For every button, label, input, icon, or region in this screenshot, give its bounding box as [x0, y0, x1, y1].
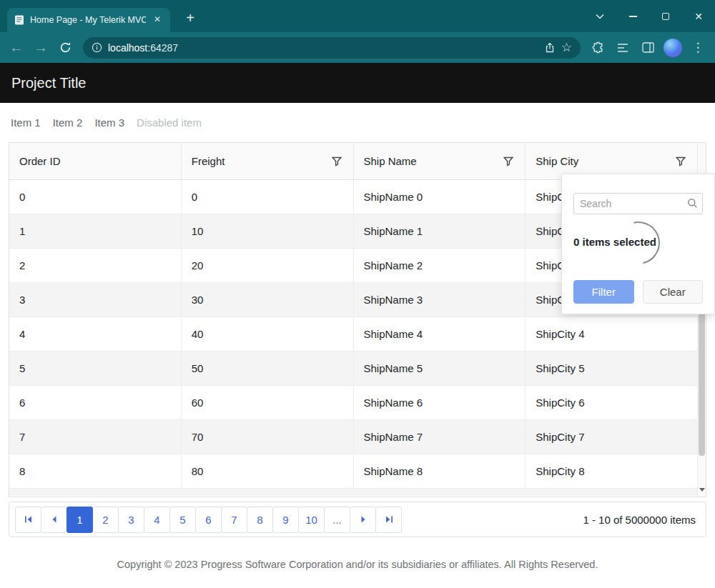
column-header-order-id[interactable]: Order ID	[9, 143, 181, 179]
filter-funnel-icon[interactable]	[498, 151, 519, 172]
cell-ship-city: ShipCity 7	[525, 420, 697, 454]
page-button-7[interactable]: 7	[221, 507, 247, 533]
forward-button[interactable]: →	[29, 36, 53, 60]
menu-item-3[interactable]: Item 3	[94, 116, 124, 129]
page-title: Project Title	[11, 75, 86, 91]
page-button-1[interactable]: 1	[66, 507, 93, 533]
side-panel-icon[interactable]	[636, 36, 659, 59]
bookmark-star-icon[interactable]: ☆	[561, 41, 572, 54]
tab-title: Home Page - My Telerik MVC App	[30, 15, 146, 25]
cell-order-id: 6	[9, 386, 181, 419]
cell-freight: 60	[181, 386, 353, 419]
first-page-button[interactable]	[15, 507, 41, 533]
page-button-9[interactable]: 9	[272, 507, 299, 533]
toolbar-right-icons: ⋮	[586, 36, 711, 59]
previous-page-icon	[51, 516, 58, 523]
more-pages-button[interactable]: ...	[324, 507, 350, 533]
clear-button[interactable]: Clear	[643, 280, 704, 304]
menu-item-disabled: Disabled item	[137, 116, 202, 129]
table-row: 4 40 ShipName 4 ShipCity 4	[9, 317, 706, 352]
address-bar[interactable]: localhost:64287 ☆	[83, 37, 581, 59]
cell-order-id: 3	[9, 283, 181, 317]
cell-freight: 10	[181, 214, 353, 248]
new-tab-button[interactable]: +	[180, 9, 200, 29]
minimize-button[interactable]	[616, 0, 649, 32]
last-page-button[interactable]	[375, 507, 402, 533]
pinned-extension-icon[interactable]	[611, 36, 634, 59]
tab-close-icon[interactable]: ✕	[151, 14, 164, 26]
table-row-partial	[9, 489, 706, 496]
cell-ship-name: ShipName 5	[353, 352, 526, 385]
site-info-icon[interactable]	[92, 42, 102, 53]
column-header-freight[interactable]: Freight	[181, 143, 353, 179]
cell-order-id: 1	[9, 214, 181, 248]
previous-page-button[interactable]	[41, 507, 67, 533]
page-button-4[interactable]: 4	[144, 507, 170, 533]
menu-item-1[interactable]: Item 1	[11, 116, 41, 129]
next-page-button[interactable]	[350, 507, 376, 533]
cell-ship-name: ShipName 8	[353, 454, 526, 488]
share-icon[interactable]	[544, 42, 556, 54]
window-controls: ✕	[583, 0, 715, 32]
column-title: Freight	[192, 155, 225, 167]
back-button[interactable]: ←	[4, 36, 29, 60]
url-text: localhost:64287	[108, 42, 178, 54]
page-button-5[interactable]: 5	[169, 507, 196, 533]
url-host: localhost	[108, 42, 147, 54]
page-button-10[interactable]: 10	[298, 507, 325, 533]
column-header-ship-name[interactable]: Ship Name	[353, 143, 526, 179]
reload-icon	[59, 41, 72, 54]
cell-ship-name: ShipName 7	[353, 420, 526, 454]
browser-window: Home Page - My Telerik MVC App ✕ + ✕ ← →…	[0, 0, 715, 588]
browser-menu-icon[interactable]: ⋮	[686, 36, 709, 59]
menu-item-2[interactable]: Item 2	[53, 116, 83, 129]
filter-popup: 0 items selected Filter Clear	[561, 174, 715, 314]
close-window-button[interactable]: ✕	[682, 0, 715, 32]
tab-strip: Home Page - My Telerik MVC App ✕ + ✕	[0, 0, 715, 32]
extensions-puzzle-icon[interactable]	[586, 36, 609, 59]
cell-order-id: 4	[9, 317, 181, 351]
search-field-wrap	[573, 193, 703, 214]
tab-search-chevron-icon[interactable]	[583, 0, 616, 32]
cell-ship-city: ShipCity 5	[525, 352, 697, 385]
column-title: Ship City	[536, 155, 578, 167]
maximize-icon	[662, 13, 669, 20]
maximize-button[interactable]	[649, 0, 682, 32]
page-button-2[interactable]: 2	[92, 507, 119, 533]
filter-funnel-icon[interactable]	[670, 151, 691, 172]
cell-freight: 30	[181, 283, 353, 317]
cell-freight: 0	[181, 180, 353, 214]
search-input[interactable]	[573, 193, 703, 214]
cell-order-id: 8	[9, 454, 181, 488]
page-button-3[interactable]: 3	[118, 507, 144, 533]
grid-pager: 1 2 3 4 5 6 7 8 9 10 ... 1 - 10 of 50000…	[9, 502, 706, 537]
popup-buttons: Filter Clear	[573, 280, 703, 304]
filter-funnel-icon[interactable]	[326, 151, 347, 172]
scrollbar-down-arrow-icon[interactable]	[698, 488, 706, 494]
table-row: 8 80 ShipName 8 ShipCity 8	[9, 454, 706, 489]
favicon-icon	[14, 14, 25, 26]
page-button-8[interactable]: 8	[247, 507, 273, 533]
cell-ship-city: ShipCity 6	[525, 386, 697, 419]
column-title: Ship Name	[364, 155, 417, 167]
profile-avatar[interactable]	[661, 36, 684, 59]
menu-bar: Item 1 Item 2 Item 3 Disabled item	[0, 103, 715, 142]
cell-ship-city: ShipCity 8	[525, 454, 697, 488]
page-button-6[interactable]: 6	[195, 507, 222, 533]
browser-tab[interactable]: Home Page - My Telerik MVC App ✕	[7, 8, 170, 32]
first-page-icon	[24, 516, 33, 523]
copyright-footer: Copyright © 2023 Progress Software Corpo…	[0, 559, 715, 570]
table-row: 5 50 ShipName 5 ShipCity 5	[9, 352, 706, 386]
reload-button[interactable]	[53, 36, 77, 60]
site-header: Project Title	[0, 63, 715, 103]
cell-freight: 20	[181, 249, 353, 282]
column-title: Order ID	[19, 155, 61, 167]
cell-order-id: 2	[9, 249, 181, 282]
table-row: 7 70 ShipName 7 ShipCity 7	[9, 420, 706, 454]
cell-freight: 70	[181, 420, 353, 454]
cell-freight: 80	[181, 454, 353, 488]
cell-ship-name: ShipName 6	[353, 386, 526, 419]
filter-button[interactable]: Filter	[573, 280, 634, 304]
cell-ship-name: ShipName 0	[353, 180, 526, 214]
cell-ship-city: ShipCity 4	[525, 317, 697, 351]
